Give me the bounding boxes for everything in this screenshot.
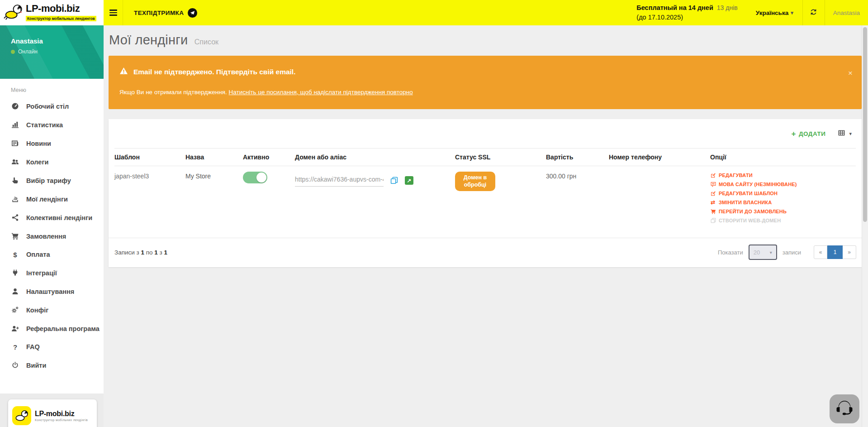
- ssl-status-badge: Домен в обробці: [455, 172, 495, 191]
- sidebar-item-my-landings[interactable]: Мої лендінги: [0, 190, 104, 208]
- cart-icon: [11, 232, 19, 240]
- next-page-button[interactable]: »: [843, 245, 856, 259]
- main-content: Мої лендінги Список Email не підтверджен…: [104, 25, 868, 427]
- page-subtitle: Список: [194, 38, 218, 46]
- option-go-to-orders[interactable]: ПЕРЕЙТИ ДО ЗАМОВЛЕНЬ: [710, 209, 856, 214]
- sidebar-menu: Меню Робочий стіл Статистика Новини Коле…: [0, 79, 104, 393]
- sidebar-item-dashboard[interactable]: Робочий стіл: [0, 97, 104, 115]
- cell-domain: ↗: [295, 173, 455, 187]
- chevron-down-icon: ▾: [791, 10, 793, 16]
- open-site-button[interactable]: ↗: [405, 176, 413, 185]
- add-button[interactable]: + ДОДАТИ: [791, 130, 825, 138]
- sidebar-item-payment[interactable]: $ Оплата: [0, 245, 104, 264]
- email-warning-alert: Email не підтверджено. Підтвердіть свій …: [109, 56, 862, 109]
- share-icon: [11, 214, 19, 221]
- plan-info: Бесплатный на 14 дней13 днів (до 17.10.2…: [636, 3, 746, 22]
- sidebar-item-faq[interactable]: ? FAQ: [0, 338, 104, 356]
- col-header-active: Активно: [243, 154, 295, 161]
- support-chat-button[interactable]: [830, 394, 859, 423]
- cell-template: japan-steel3: [114, 173, 185, 180]
- user-plus-icon: [11, 325, 19, 332]
- option-edit-template[interactable]: РЕДАГУВАТИ ШАБЛОН: [710, 191, 856, 196]
- scrollbar-thumb[interactable]: [863, 27, 867, 222]
- page-title: Мої лендінги: [109, 33, 188, 47]
- col-header-price: Вартість: [546, 154, 609, 161]
- brand-subtitle: Конструктор мобильных лендингов: [26, 16, 96, 21]
- col-header-template: Шаблон: [114, 154, 185, 161]
- domain-input[interactable]: [295, 175, 384, 187]
- dashboard-icon: [11, 102, 19, 110]
- col-header-options: Опції: [710, 154, 856, 161]
- gears-icon: [11, 306, 19, 314]
- alert-text: Якщо Ви не отримали підтвердження.: [119, 89, 229, 96]
- table-grid-icon: [838, 130, 845, 138]
- cell-price: 300.00 грн: [546, 173, 609, 180]
- show-label: Показати: [718, 249, 743, 256]
- panel-toolbar: + ДОДАТИ ▾: [109, 119, 862, 148]
- sidebar-item-orders[interactable]: Замовлення: [0, 227, 104, 245]
- support-label: ТЕХПІДТРИМКА: [134, 10, 184, 16]
- refresh-button[interactable]: [803, 8, 825, 18]
- user-menu[interactable]: Anastasia: [825, 10, 868, 16]
- stack-icon: [11, 195, 19, 203]
- sidebar-item-config[interactable]: Конфіг: [0, 301, 104, 319]
- sidebar-item-integrations[interactable]: Інтеграції: [0, 264, 104, 282]
- col-header-phone: Номер телефону: [609, 154, 710, 161]
- menu-section-label: Меню: [0, 82, 104, 97]
- sidebar-user-panel: Anastasia Онлайн: [0, 25, 104, 79]
- sidebar-item-referral[interactable]: Реферальна програма: [0, 319, 104, 338]
- columns-dropdown[interactable]: ▾: [838, 130, 852, 138]
- cell-name: My Store: [185, 173, 243, 180]
- option-site-language[interactable]: МОВА САЙТУ (НЕЗМІНЮВАНЕ): [710, 182, 856, 187]
- landings-table: Шаблон Назва Активно Домен або аліас Ста…: [109, 148, 862, 238]
- sidebar-item-settings[interactable]: Налаштування: [0, 282, 104, 301]
- language-icon: [710, 182, 716, 187]
- pagination: « 1 »: [814, 245, 856, 259]
- prev-page-button[interactable]: «: [814, 245, 827, 259]
- dog-mascot-icon: [3, 3, 24, 23]
- support-link[interactable]: ТЕХПІДТРИМКА: [123, 0, 208, 25]
- sidebar-item-news[interactable]: Новини: [0, 134, 104, 153]
- brand-title: LP-mobi.biz: [26, 4, 96, 14]
- sidebar-item-tariff[interactable]: Вибір тарифу: [0, 171, 104, 190]
- brand-logo[interactable]: LP-mobi.biz Конструктор мобильных лендин…: [0, 0, 104, 25]
- row-options: РЕДАГУВАТИ МОВА САЙТУ (НЕЗМІНЮВАНЕ) РЕДА…: [710, 173, 856, 223]
- records-label: записи: [783, 249, 801, 256]
- close-icon[interactable]: ×: [848, 69, 853, 77]
- hamburger-menu-icon[interactable]: [104, 0, 123, 25]
- plan-name: Бесплатный на 14 дней: [636, 4, 713, 11]
- language-dropdown[interactable]: Українська ▾: [747, 10, 802, 16]
- sidebar-username: Anastasia: [11, 37, 104, 45]
- sidebar-item-collective-landings[interactable]: Колективні лендінги: [0, 208, 104, 227]
- col-header-domain: Домен або аліас: [295, 154, 455, 161]
- footer-brand-title: LP-mobi.biz: [35, 410, 88, 418]
- page-button-1[interactable]: 1: [827, 245, 843, 259]
- option-edit[interactable]: РЕДАГУВАТИ: [710, 173, 856, 178]
- sidebar-item-logout[interactable]: Вийти: [0, 356, 104, 374]
- topbar: LP-mobi.biz Конструктор мобильных лендин…: [0, 0, 868, 25]
- resend-confirmation-link[interactable]: Натисніть це посилання, щоб надіслати пі…: [229, 89, 413, 96]
- cart-icon: [710, 209, 716, 214]
- sidebar-item-colleagues[interactable]: Колеги: [0, 153, 104, 171]
- copy-icon[interactable]: [390, 177, 398, 186]
- telegram-icon: [188, 8, 197, 18]
- scrollbar-track[interactable]: [862, 25, 868, 427]
- footer-brand-card: LP-mobi.biz Конструктор мобільних лендін…: [8, 399, 97, 427]
- headset-icon: [835, 399, 854, 419]
- table-header-row: Шаблон Назва Активно Домен або аліас Ста…: [114, 148, 856, 166]
- plus-icon: +: [791, 130, 796, 138]
- external-link-icon: ↗: [407, 178, 411, 184]
- records-info: Записи з 1 по 1 з 1: [114, 249, 167, 256]
- newspaper-icon: [11, 139, 19, 147]
- dollar-icon: $: [11, 251, 19, 258]
- option-change-owner[interactable]: ⇄ ЗМІНИТИ ВЛАСНИКА: [710, 200, 856, 205]
- users-icon: [11, 158, 19, 166]
- plan-until: (до 17.10.2025): [636, 13, 737, 22]
- plan-days-left: 13 днів: [717, 4, 738, 11]
- page-size-select[interactable]: 20 ▾: [749, 245, 777, 260]
- warning-icon: [119, 67, 128, 77]
- power-icon: [11, 361, 19, 369]
- active-toggle[interactable]: [243, 172, 267, 183]
- sidebar-item-statistics[interactable]: Статистика: [0, 115, 104, 134]
- edit-icon: [710, 173, 716, 178]
